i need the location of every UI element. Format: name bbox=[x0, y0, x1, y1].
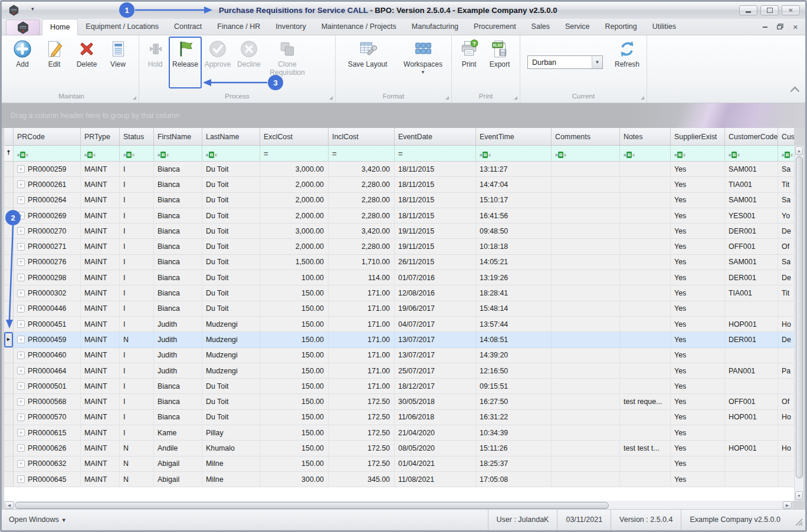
grid-row[interactable]: +PR0000298MAINTIBiancaDu Toit100.00114.0… bbox=[4, 270, 794, 285]
tab-inventory[interactable]: Inventory bbox=[268, 19, 313, 35]
tab-maintenance-projects[interactable]: Maintenance / Projects bbox=[314, 19, 404, 35]
grid-row[interactable]: +PR0000464MAINTIJudithMudzengi150.00171.… bbox=[4, 363, 794, 379]
column-header-lastname[interactable]: LastName bbox=[202, 128, 260, 146]
ribbon-button-export[interactable]: XLSXExport bbox=[484, 37, 516, 88]
row-indicator[interactable] bbox=[4, 208, 14, 224]
ribbon-button-edit[interactable]: Edit bbox=[38, 37, 70, 88]
scroll-up-button[interactable]: ▲ bbox=[795, 146, 803, 155]
row-indicator[interactable] bbox=[4, 441, 14, 456]
row-indicator[interactable] bbox=[4, 177, 14, 192]
row-indicator[interactable] bbox=[4, 162, 14, 177]
row-indicator[interactable] bbox=[4, 394, 14, 409]
filter-cell-eventtime[interactable]: aBc bbox=[476, 146, 552, 162]
filter-cell-supplierexist[interactable]: aBc bbox=[671, 146, 725, 162]
grid-row[interactable]: +PR0000501MAINTIBiancaDu Toit150.00171.0… bbox=[4, 379, 794, 394]
tab-contract[interactable]: Contract bbox=[166, 19, 209, 35]
tab-home[interactable]: Home bbox=[42, 19, 78, 35]
scroll-down-button[interactable]: ▼ bbox=[795, 491, 803, 500]
ribbon-button-add[interactable]: Add bbox=[6, 37, 38, 88]
tab-manufacturing[interactable]: Manufacturing bbox=[404, 19, 466, 35]
expand-icon[interactable]: + bbox=[17, 336, 25, 343]
expand-icon[interactable]: + bbox=[17, 444, 25, 452]
expand-icon[interactable]: + bbox=[17, 320, 25, 328]
expand-icon[interactable]: + bbox=[17, 352, 25, 359]
column-header-inclcost[interactable]: InclCost bbox=[329, 128, 395, 146]
group-dialog-launcher-icon[interactable] bbox=[133, 96, 136, 100]
horizontal-scroll-thumb[interactable] bbox=[15, 502, 609, 509]
expand-icon[interactable]: + bbox=[17, 367, 25, 375]
ribbon-button-refresh[interactable]: Refresh bbox=[609, 37, 645, 88]
filter-cell-comments[interactable]: aBc bbox=[552, 146, 620, 162]
filter-cell-inclcost[interactable]: = bbox=[329, 146, 395, 162]
grid-row[interactable]: +PR0000568MAINTIBiancaDu Toit150.00172.5… bbox=[4, 394, 794, 409]
row-indicator[interactable]: ► bbox=[4, 332, 14, 347]
expand-icon[interactable]: + bbox=[17, 243, 25, 251]
ribbon-collapse-icon[interactable] bbox=[790, 87, 800, 96]
ribbon-button-view[interactable]: View bbox=[103, 37, 133, 88]
mdi-restore-button[interactable] bbox=[777, 24, 783, 31]
scroll-right-button[interactable]: ▶ bbox=[783, 501, 792, 509]
filter-cell-status[interactable]: aBc bbox=[120, 146, 154, 162]
column-header-supplierexist[interactable]: SupplierExist bbox=[671, 128, 725, 146]
row-indicator[interactable] bbox=[4, 301, 14, 317]
quick-access-dropdown-icon[interactable]: ▾ bbox=[31, 6, 34, 12]
row-indicator[interactable] bbox=[4, 410, 14, 425]
close-button[interactable]: ✕ bbox=[782, 5, 800, 15]
expand-icon[interactable]: + bbox=[17, 382, 25, 390]
expand-icon[interactable]: + bbox=[17, 398, 25, 406]
mdi-minimize-button[interactable] bbox=[763, 27, 767, 28]
row-indicator[interactable] bbox=[4, 255, 14, 270]
row-indicator[interactable] bbox=[4, 457, 14, 472]
row-indicator[interactable] bbox=[4, 425, 14, 441]
filter-cell-firstname[interactable]: aBc bbox=[154, 146, 202, 162]
filter-cell-notes[interactable]: aBc bbox=[620, 146, 671, 162]
group-dialog-launcher-icon[interactable] bbox=[514, 96, 517, 100]
grid-row[interactable]: +PR0000632MAINTNAbigailMilne150.00172.50… bbox=[4, 457, 794, 472]
tab-procurement[interactable]: Procurement bbox=[466, 19, 524, 35]
column-header-notes[interactable]: Notes bbox=[620, 128, 671, 146]
row-indicator[interactable] bbox=[4, 379, 14, 394]
expand-icon[interactable]: + bbox=[17, 475, 25, 483]
filter-cell-exclcost[interactable]: = bbox=[260, 146, 329, 162]
tab-sales[interactable]: Sales bbox=[524, 19, 557, 35]
row-indicator[interactable] bbox=[4, 193, 14, 208]
tab-reporting[interactable]: Reporting bbox=[598, 19, 645, 35]
column-header-customercode[interactable]: CustomerCode bbox=[725, 128, 778, 146]
row-indicator[interactable] bbox=[4, 239, 14, 254]
row-indicator[interactable] bbox=[4, 285, 14, 301]
group-dialog-launcher-icon[interactable] bbox=[445, 96, 449, 100]
grid-row[interactable]: +PR0000271MAINTIBiancaDu Toit2,000.002,2… bbox=[4, 239, 794, 254]
grid-row[interactable]: +PR0000269MAINTIBiancaDu Toit2,000.002,2… bbox=[4, 208, 794, 224]
filter-cell-prtype[interactable]: aBc bbox=[81, 146, 120, 162]
grid-row[interactable]: +PR0000446MAINTIBiancaDu Toit150.00171.0… bbox=[4, 301, 794, 317]
vertical-scrollbar[interactable]: ▲ ▼ bbox=[794, 146, 803, 501]
expand-icon[interactable]: + bbox=[17, 212, 25, 219]
expand-icon[interactable]: + bbox=[17, 305, 25, 313]
filter-cell-customercode[interactable]: aBc bbox=[725, 146, 778, 162]
grid-row[interactable]: +PR0000460MAINTIJudithMudzengi150.00171.… bbox=[4, 348, 794, 363]
row-indicator[interactable] bbox=[4, 224, 14, 239]
expand-icon[interactable]: + bbox=[17, 180, 25, 188]
ribbon-button-delete[interactable]: Delete bbox=[70, 37, 103, 88]
tab-service[interactable]: Service bbox=[557, 19, 598, 35]
group-dialog-launcher-icon[interactable] bbox=[329, 96, 333, 100]
tab-utilities[interactable]: Utilities bbox=[645, 19, 684, 35]
column-header-eventtime[interactable]: EventTime bbox=[476, 128, 552, 146]
expand-icon[interactable]: + bbox=[17, 165, 25, 173]
expand-icon[interactable]: + bbox=[17, 413, 25, 421]
row-indicator[interactable] bbox=[4, 270, 14, 285]
column-header-comments[interactable]: Comments bbox=[552, 128, 620, 146]
expand-icon[interactable]: + bbox=[17, 196, 25, 204]
ribbon-button-workspaces[interactable]: Workspaces▼ bbox=[397, 37, 449, 88]
resize-grip[interactable] bbox=[795, 518, 803, 528]
mdi-close-button[interactable]: ✕ bbox=[793, 24, 798, 31]
grid-row[interactable]: +PR0000570MAINTIBiancaDu Toit150.00172.5… bbox=[4, 410, 794, 425]
open-windows-dropdown[interactable]: Open Windows▼ bbox=[9, 510, 67, 531]
expand-icon[interactable]: + bbox=[17, 290, 25, 297]
filter-cell-custo[interactable]: aBc bbox=[778, 146, 794, 162]
grid-row[interactable]: +PR0000451MAINTIJudithMudzengi150.00171.… bbox=[4, 317, 794, 332]
ribbon-button-print[interactable]: ?Print bbox=[454, 37, 484, 88]
grid-row[interactable]: +PR0000302MAINTIBiancaDu Toit150.00171.0… bbox=[4, 285, 794, 301]
group-dialog-launcher-icon[interactable] bbox=[641, 96, 644, 100]
filter-cell-prcode[interactable]: aBc bbox=[14, 146, 81, 162]
